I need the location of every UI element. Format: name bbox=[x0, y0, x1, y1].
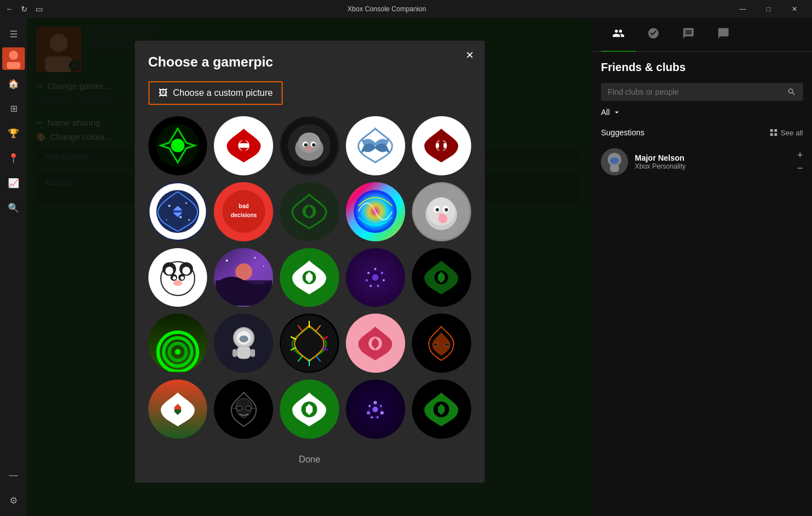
svg-rect-98 bbox=[237, 346, 251, 359]
gamerpic-item-9[interactable] bbox=[346, 182, 405, 241]
add-friend-button[interactable]: + bbox=[797, 149, 803, 161]
svg-point-8 bbox=[171, 139, 185, 152]
svg-point-67 bbox=[226, 259, 228, 262]
svg-point-35 bbox=[222, 190, 265, 233]
sidebar-search-icon[interactable]: 🔍 bbox=[2, 196, 25, 219]
refresh-icon[interactable]: ↻ bbox=[19, 4, 29, 14]
svg-point-120 bbox=[444, 343, 450, 346]
sidebar-menu-icon[interactable]: ☰ bbox=[2, 23, 25, 45]
suggestions-header: Suggestions See all bbox=[592, 124, 812, 142]
svg-point-69 bbox=[263, 266, 264, 267]
suggestion-item-major-nelson: Major Nelson Xbox Personality + − bbox=[592, 142, 812, 182]
gamerpic-item-10[interactable] bbox=[412, 182, 471, 241]
sidebar-trophy-icon[interactable]: 🏆 bbox=[2, 122, 25, 144]
gamerpic-item-11[interactable] bbox=[148, 248, 208, 307]
right-panel-tabs bbox=[592, 18, 812, 52]
svg-point-31 bbox=[166, 219, 167, 220]
svg-point-58 bbox=[182, 267, 190, 275]
tab-clubs[interactable] bbox=[636, 18, 671, 51]
svg-rect-116 bbox=[372, 341, 379, 346]
capture-icon[interactable]: ▭ bbox=[34, 4, 44, 14]
tab-messages[interactable] bbox=[671, 18, 706, 51]
svg-point-97 bbox=[239, 336, 248, 342]
gamerpic-item-1[interactable] bbox=[148, 116, 208, 175]
gamerpic-item-12[interactable] bbox=[214, 248, 273, 307]
sidebar-location-icon[interactable]: 📍 bbox=[2, 147, 25, 169]
svg-rect-41 bbox=[306, 209, 313, 214]
sidebar-settings-icon[interactable]: ⚙ bbox=[2, 489, 25, 511]
svg-rect-88 bbox=[438, 275, 445, 280]
gamerpic-item-2[interactable] bbox=[214, 116, 273, 175]
close-button[interactable]: ✕ bbox=[782, 0, 807, 18]
svg-rect-124 bbox=[174, 407, 181, 409]
sidebar-grid-icon[interactable]: ⊞ bbox=[2, 97, 25, 120]
svg-rect-148 bbox=[438, 407, 445, 412]
svg-point-32 bbox=[188, 219, 190, 221]
filter-row[interactable]: All bbox=[592, 108, 812, 124]
titlebar-left: ← ↻ ▭ bbox=[5, 4, 44, 14]
gamerpic-item-23[interactable] bbox=[280, 380, 339, 439]
remove-suggestion-button[interactable]: − bbox=[797, 162, 803, 174]
svg-point-78 bbox=[383, 279, 385, 281]
left-sidebar: ☰ 🏠 ⊞ 🏆 📍 📈 🔍 — ⚙ bbox=[0, 18, 27, 516]
modal-overlay: ✕ Choose a gamerpic 🖼 Choose a custom pi… bbox=[27, 18, 592, 516]
gamerpic-item-4[interactable] bbox=[346, 116, 405, 175]
gamerpic-item-5[interactable] bbox=[412, 116, 471, 175]
friends-clubs-title: Friends & clubs bbox=[592, 52, 812, 83]
custom-picture-label: Choose a custom picture bbox=[173, 88, 273, 98]
gamerpic-item-16[interactable] bbox=[148, 314, 208, 373]
svg-point-76 bbox=[374, 268, 376, 270]
tab-notifications[interactable] bbox=[706, 18, 741, 51]
modal-title: Choose a gamerpic bbox=[148, 54, 471, 70]
svg-point-19 bbox=[312, 143, 315, 147]
suggestion-actions: + − bbox=[797, 149, 803, 174]
gamerpic-item-22[interactable] bbox=[214, 380, 273, 439]
sidebar-home-icon[interactable]: 🏠 bbox=[2, 72, 25, 95]
search-bar[interactable] bbox=[601, 83, 803, 101]
tab-friends[interactable] bbox=[601, 18, 636, 51]
gamerpic-modal: ✕ Choose a gamerpic 🖼 Choose a custom pi… bbox=[135, 41, 485, 483]
svg-point-81 bbox=[366, 279, 368, 281]
gamerpic-item-14[interactable] bbox=[346, 248, 405, 307]
suggestions-label: Suggestions bbox=[601, 128, 644, 137]
gamerpic-item-17[interactable] bbox=[214, 314, 273, 373]
maximize-button[interactable]: □ bbox=[756, 0, 782, 18]
svg-point-28 bbox=[168, 205, 170, 207]
app-title: Xbox Console Companion bbox=[44, 5, 730, 13]
svg-rect-125 bbox=[174, 409, 181, 412]
gamerpic-item-6[interactable] bbox=[148, 182, 208, 241]
picture-icon: 🖼 bbox=[159, 88, 168, 98]
svg-point-79 bbox=[377, 285, 379, 287]
custom-picture-button[interactable]: 🖼 Choose a custom picture bbox=[148, 81, 283, 105]
svg-rect-99 bbox=[232, 349, 237, 357]
gamerpic-item-15[interactable] bbox=[412, 248, 471, 307]
search-icon bbox=[787, 87, 796, 96]
search-input[interactable] bbox=[608, 87, 787, 96]
svg-rect-152 bbox=[610, 164, 619, 172]
suggestion-sub: Xbox Personality bbox=[635, 162, 790, 170]
done-button[interactable]: Done bbox=[148, 450, 471, 469]
gamerpic-item-13[interactable] bbox=[280, 248, 339, 307]
gamerpic-item-19[interactable] bbox=[346, 314, 405, 373]
gamerpic-item-18[interactable] bbox=[280, 314, 339, 373]
svg-point-63 bbox=[173, 280, 182, 286]
see-all-button[interactable]: See all bbox=[769, 128, 803, 137]
gamerpic-item-25[interactable] bbox=[412, 380, 471, 439]
gamerpic-item-8[interactable] bbox=[280, 182, 339, 241]
svg-rect-100 bbox=[251, 349, 255, 357]
svg-point-80 bbox=[370, 285, 372, 287]
right-panel: Friends & clubs All Suggestions See all bbox=[592, 18, 812, 516]
modal-close-button[interactable]: ✕ bbox=[462, 47, 478, 63]
sidebar-profile-avatar[interactable] bbox=[2, 47, 25, 70]
minimize-button[interactable]: — bbox=[730, 0, 756, 18]
svg-rect-135 bbox=[306, 407, 313, 412]
svg-point-20 bbox=[306, 147, 313, 151]
gamerpic-item-20[interactable] bbox=[412, 314, 471, 373]
gamerpic-item-24[interactable] bbox=[346, 380, 405, 439]
major-nelson-avatar bbox=[601, 148, 628, 175]
gamerpic-item-3[interactable] bbox=[280, 116, 339, 175]
gamerpic-item-21[interactable] bbox=[148, 380, 208, 439]
sidebar-trending-icon[interactable]: 📈 bbox=[2, 171, 25, 194]
back-icon[interactable]: ← bbox=[5, 4, 15, 14]
gamerpic-item-7[interactable]: bad decisions bbox=[214, 182, 273, 241]
